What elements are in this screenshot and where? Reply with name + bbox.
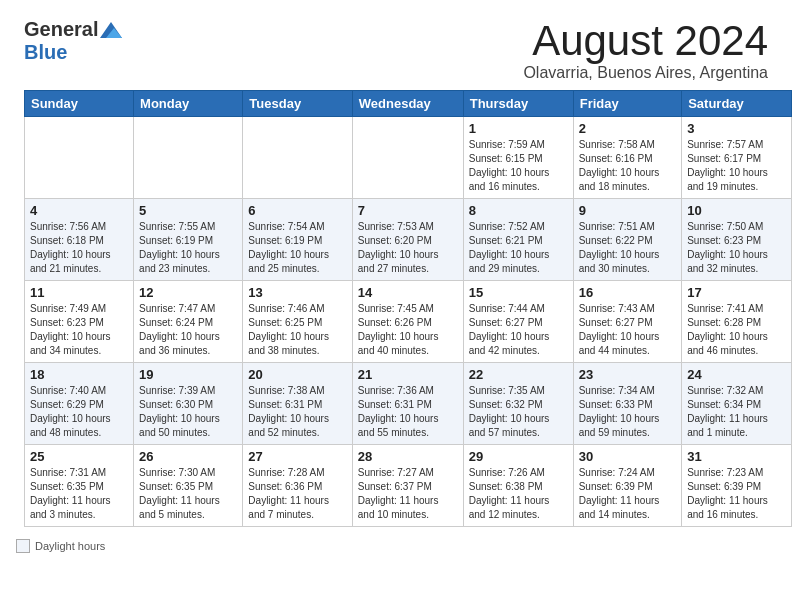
day-number: 3 [687,121,786,136]
legend-label: Daylight hours [35,540,105,552]
calendar-day-cell: 5Sunrise: 7:55 AM Sunset: 6:19 PM Daylig… [134,199,243,281]
legend-box [16,539,30,553]
day-info: Sunrise: 7:51 AM Sunset: 6:22 PM Dayligh… [579,220,677,276]
day-info: Sunrise: 7:34 AM Sunset: 6:33 PM Dayligh… [579,384,677,440]
day-info: Sunrise: 7:46 AM Sunset: 6:25 PM Dayligh… [248,302,346,358]
day-number: 13 [248,285,346,300]
day-info: Sunrise: 7:49 AM Sunset: 6:23 PM Dayligh… [30,302,128,358]
calendar-day-cell: 20Sunrise: 7:38 AM Sunset: 6:31 PM Dayli… [243,363,352,445]
day-number: 24 [687,367,786,382]
day-info: Sunrise: 7:30 AM Sunset: 6:35 PM Dayligh… [139,466,237,522]
day-info: Sunrise: 7:40 AM Sunset: 6:29 PM Dayligh… [30,384,128,440]
day-number: 30 [579,449,677,464]
day-info: Sunrise: 7:44 AM Sunset: 6:27 PM Dayligh… [469,302,568,358]
calendar-day-cell: 31Sunrise: 7:23 AM Sunset: 6:39 PM Dayli… [682,445,792,527]
day-number: 26 [139,449,237,464]
calendar-day-cell: 9Sunrise: 7:51 AM Sunset: 6:22 PM Daylig… [573,199,682,281]
day-number: 4 [30,203,128,218]
calendar-day-cell: 30Sunrise: 7:24 AM Sunset: 6:39 PM Dayli… [573,445,682,527]
calendar-day-cell: 8Sunrise: 7:52 AM Sunset: 6:21 PM Daylig… [463,199,573,281]
day-info: Sunrise: 7:54 AM Sunset: 6:19 PM Dayligh… [248,220,346,276]
calendar-day-cell: 22Sunrise: 7:35 AM Sunset: 6:32 PM Dayli… [463,363,573,445]
calendar-day-cell: 13Sunrise: 7:46 AM Sunset: 6:25 PM Dayli… [243,281,352,363]
day-number: 16 [579,285,677,300]
calendar-day-cell: 27Sunrise: 7:28 AM Sunset: 6:36 PM Dayli… [243,445,352,527]
day-number: 20 [248,367,346,382]
day-info: Sunrise: 7:53 AM Sunset: 6:20 PM Dayligh… [358,220,458,276]
calendar-day-cell: 12Sunrise: 7:47 AM Sunset: 6:24 PM Dayli… [134,281,243,363]
calendar-day-cell: 3Sunrise: 7:57 AM Sunset: 6:17 PM Daylig… [682,117,792,199]
calendar-day-cell: 28Sunrise: 7:27 AM Sunset: 6:37 PM Dayli… [352,445,463,527]
day-number: 11 [30,285,128,300]
day-info: Sunrise: 7:57 AM Sunset: 6:17 PM Dayligh… [687,138,786,194]
day-number: 6 [248,203,346,218]
calendar-day-cell: 17Sunrise: 7:41 AM Sunset: 6:28 PM Dayli… [682,281,792,363]
logo: General Blue [24,18,122,64]
day-number: 25 [30,449,128,464]
calendar-day-cell: 29Sunrise: 7:26 AM Sunset: 6:38 PM Dayli… [463,445,573,527]
day-info: Sunrise: 7:27 AM Sunset: 6:37 PM Dayligh… [358,466,458,522]
day-info: Sunrise: 7:47 AM Sunset: 6:24 PM Dayligh… [139,302,237,358]
day-number: 27 [248,449,346,464]
calendar-day-cell: 6Sunrise: 7:54 AM Sunset: 6:19 PM Daylig… [243,199,352,281]
calendar-day-cell: 26Sunrise: 7:30 AM Sunset: 6:35 PM Dayli… [134,445,243,527]
calendar-header-cell: Monday [134,91,243,117]
day-number: 22 [469,367,568,382]
calendar-day-cell: 15Sunrise: 7:44 AM Sunset: 6:27 PM Dayli… [463,281,573,363]
calendar-day-cell: 4Sunrise: 7:56 AM Sunset: 6:18 PM Daylig… [25,199,134,281]
day-number: 12 [139,285,237,300]
day-number: 1 [469,121,568,136]
calendar-body: 1Sunrise: 7:59 AM Sunset: 6:15 PM Daylig… [25,117,792,527]
calendar-day-cell: 23Sunrise: 7:34 AM Sunset: 6:33 PM Dayli… [573,363,682,445]
calendar-header-cell: Wednesday [352,91,463,117]
day-info: Sunrise: 7:39 AM Sunset: 6:30 PM Dayligh… [139,384,237,440]
calendar-day-cell: 18Sunrise: 7:40 AM Sunset: 6:29 PM Dayli… [25,363,134,445]
calendar-day-cell: 10Sunrise: 7:50 AM Sunset: 6:23 PM Dayli… [682,199,792,281]
calendar-week-row: 1Sunrise: 7:59 AM Sunset: 6:15 PM Daylig… [25,117,792,199]
day-info: Sunrise: 7:43 AM Sunset: 6:27 PM Dayligh… [579,302,677,358]
day-number: 5 [139,203,237,218]
day-number: 28 [358,449,458,464]
calendar-day-cell: 7Sunrise: 7:53 AM Sunset: 6:20 PM Daylig… [352,199,463,281]
calendar-week-row: 11Sunrise: 7:49 AM Sunset: 6:23 PM Dayli… [25,281,792,363]
calendar-day-cell [134,117,243,199]
day-number: 9 [579,203,677,218]
day-info: Sunrise: 7:35 AM Sunset: 6:32 PM Dayligh… [469,384,568,440]
calendar-day-cell: 19Sunrise: 7:39 AM Sunset: 6:30 PM Dayli… [134,363,243,445]
title-block: August 2024 Olavarria, Buenos Aires, Arg… [523,18,768,82]
day-number: 10 [687,203,786,218]
calendar-week-row: 18Sunrise: 7:40 AM Sunset: 6:29 PM Dayli… [25,363,792,445]
calendar-day-cell [25,117,134,199]
day-info: Sunrise: 7:26 AM Sunset: 6:38 PM Dayligh… [469,466,568,522]
calendar-header-cell: Saturday [682,91,792,117]
day-number: 29 [469,449,568,464]
calendar-header-cell: Sunday [25,91,134,117]
day-number: 18 [30,367,128,382]
calendar-day-cell: 25Sunrise: 7:31 AM Sunset: 6:35 PM Dayli… [25,445,134,527]
calendar-day-cell [352,117,463,199]
legend: Daylight hours [0,535,792,557]
day-number: 19 [139,367,237,382]
calendar-day-cell: 21Sunrise: 7:36 AM Sunset: 6:31 PM Dayli… [352,363,463,445]
calendar-day-cell: 16Sunrise: 7:43 AM Sunset: 6:27 PM Dayli… [573,281,682,363]
logo-general-text: General [24,18,98,41]
day-number: 2 [579,121,677,136]
calendar-day-cell: 1Sunrise: 7:59 AM Sunset: 6:15 PM Daylig… [463,117,573,199]
calendar-header-row: SundayMondayTuesdayWednesdayThursdayFrid… [25,91,792,117]
calendar-day-cell: 14Sunrise: 7:45 AM Sunset: 6:26 PM Dayli… [352,281,463,363]
day-info: Sunrise: 7:28 AM Sunset: 6:36 PM Dayligh… [248,466,346,522]
calendar-table: SundayMondayTuesdayWednesdayThursdayFrid… [24,90,792,527]
calendar-day-cell: 11Sunrise: 7:49 AM Sunset: 6:23 PM Dayli… [25,281,134,363]
calendar-week-row: 4Sunrise: 7:56 AM Sunset: 6:18 PM Daylig… [25,199,792,281]
month-year-title: August 2024 [523,18,768,64]
location-subtitle: Olavarria, Buenos Aires, Argentina [523,64,768,82]
day-number: 21 [358,367,458,382]
day-info: Sunrise: 7:55 AM Sunset: 6:19 PM Dayligh… [139,220,237,276]
day-info: Sunrise: 7:50 AM Sunset: 6:23 PM Dayligh… [687,220,786,276]
header: General Blue August 2024 Olavarria, Buen… [0,0,792,90]
day-number: 7 [358,203,458,218]
day-info: Sunrise: 7:38 AM Sunset: 6:31 PM Dayligh… [248,384,346,440]
calendar-header-cell: Friday [573,91,682,117]
calendar-day-cell [243,117,352,199]
calendar-week-row: 25Sunrise: 7:31 AM Sunset: 6:35 PM Dayli… [25,445,792,527]
